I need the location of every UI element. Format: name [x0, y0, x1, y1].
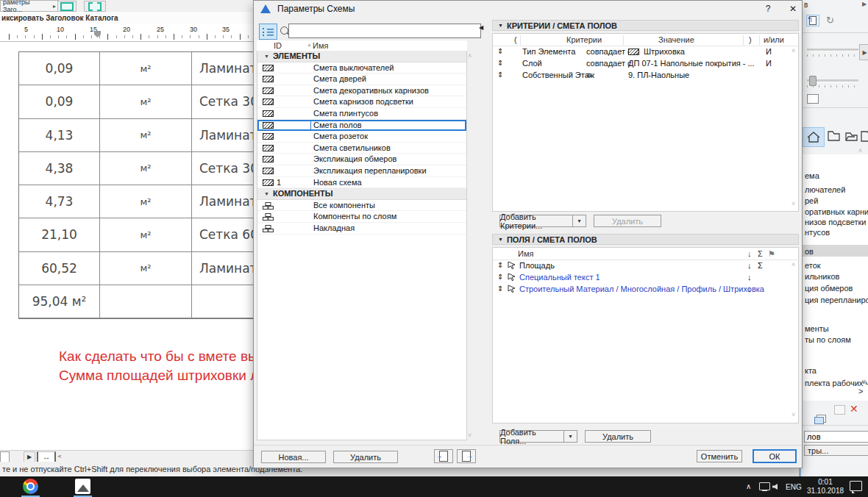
- schedule-row[interactable]: Смета розеток: [257, 131, 466, 143]
- network-icon[interactable]: [759, 482, 770, 490]
- navigator-item[interactable]: ов: [805, 247, 814, 256]
- criteria-scroll-up-icon[interactable]: ˄: [791, 47, 795, 54]
- criteria-operator[interactable]: совпадает с: [586, 47, 632, 56]
- sigma-icon[interactable]: Σ: [758, 261, 763, 270]
- field-name[interactable]: Специальный текст 1: [519, 273, 600, 282]
- criteria-value[interactable]: 9. ПЛ-Наольные: [628, 71, 689, 79]
- clone-folder-icon[interactable]: [834, 405, 845, 415]
- new-scheme-button[interactable]: Новая...: [261, 451, 326, 463]
- header-params-button[interactable]: раметры Заго... ▸: [0, 0, 59, 12]
- column-field-name[interactable]: Имя: [518, 249, 533, 258]
- component-row[interactable]: Компоненты по слоям: [257, 211, 466, 223]
- navigator-item[interactable]: нтусов: [805, 228, 830, 237]
- collapse-pane-icon[interactable]: ◀: [479, 24, 483, 31]
- fields-scroll-down-icon[interactable]: ˅: [791, 411, 795, 418]
- navigator-item[interactable]: лючателей: [805, 185, 845, 194]
- section-header-elements[interactable]: ▼ЭЛЕМЕНТЫ: [257, 51, 466, 62]
- add-criteria-dropdown[interactable]: ▾: [573, 215, 586, 227]
- schedule-row[interactable]: Смета светильников: [257, 143, 466, 154]
- scroll-left-button[interactable]: <: [56, 451, 63, 461]
- reorder-icon[interactable]: ⇕: [497, 273, 503, 281]
- criteria-section-header[interactable]: ▼ КРИТЕРИИ / СМЕТА ПОЛОВ: [492, 20, 799, 31]
- schedule-row[interactable]: Смета карнизов подсветки: [257, 96, 466, 108]
- reorder-icon[interactable]: ⇕: [497, 47, 503, 55]
- tray-hidden-icons[interactable]: ∧: [746, 482, 751, 490]
- reorder-icon[interactable]: ⇕: [497, 59, 503, 67]
- sigma-icon[interactable]: Σ: [758, 249, 763, 258]
- schedule-row[interactable]: Экспликация перепланировки: [257, 165, 466, 177]
- ok-button[interactable]: ОК: [753, 449, 797, 463]
- field-row[interactable]: ⇕Строительный Материал / Многослойная / …: [493, 284, 800, 296]
- field-name[interactable]: Площадь: [519, 261, 555, 270]
- criteria-operator[interactable]: =: [586, 71, 591, 79]
- sort-down-icon[interactable]: ↓: [747, 261, 752, 270]
- criteria-value[interactable]: ДП 07-1 Напольные покрытия - ...: [628, 59, 755, 68]
- criteria-row[interactable]: ⇕Слойсовпадает сДП 07-1 Напольные покрыт…: [493, 58, 800, 70]
- schedule-row[interactable]: 1Новая схема: [257, 177, 466, 189]
- field-name[interactable]: Строительный Материал / Многослойная / П…: [519, 285, 764, 293]
- navigator-item[interactable]: менты: [805, 324, 829, 333]
- action-center-icon[interactable]: [850, 481, 862, 491]
- navigator-item[interactable]: низов подсветки: [805, 218, 866, 226]
- panel-scroll-up-icon[interactable]: ˄: [858, 147, 862, 154]
- delete-scheme-button[interactable]: Удалить: [333, 451, 398, 463]
- close-button[interactable]: ✕: [786, 3, 800, 15]
- schedule-row[interactable]: Смета плинтусов: [257, 108, 466, 120]
- new-viewpoint-icon[interactable]: [814, 415, 826, 424]
- navigator-expand-icon[interactable]: >: [858, 387, 863, 396]
- panel-flyout-icon[interactable]: ▶: [862, 1, 867, 7]
- sort-down-icon[interactable]: ↓: [747, 285, 752, 293]
- tab-layout-book[interactable]: [844, 129, 858, 143]
- add-criteria-button[interactable]: Добавить Критерии...: [499, 215, 573, 227]
- export-scheme-button[interactable]: →: [457, 449, 476, 463]
- delete-viewpoint-icon[interactable]: ✕: [850, 403, 858, 415]
- sort-down-icon[interactable]: ↓: [747, 273, 752, 282]
- list-view-button[interactable]: [259, 24, 277, 40]
- scrollbar-thumb[interactable]: [0, 451, 10, 462]
- section-header-components[interactable]: ▼КОМПОНЕНТЫ: [257, 188, 466, 200]
- navigator-item[interactable]: ция обмеров: [805, 284, 853, 293]
- speaker-icon[interactable]: [772, 484, 780, 490]
- navigator-item[interactable]: ильников: [805, 272, 839, 281]
- add-fields-dropdown[interactable]: ▾: [564, 430, 577, 443]
- column-close-paren[interactable]: ): [749, 35, 752, 44]
- schedule-table[interactable]: 0,09м²Ламинат0,09м²Сетка 30х4,13м²Ламина…: [18, 51, 255, 319]
- criteria-andor[interactable]: И: [766, 59, 772, 68]
- schedule-row[interactable]: Экспликация обмеров: [257, 154, 466, 165]
- criteria-value[interactable]: Штриховка: [644, 47, 685, 56]
- update-button[interactable]: ↰: [806, 15, 819, 26]
- schedule-row[interactable]: Смета полов: [257, 120, 466, 132]
- add-fields-button[interactable]: Добавить Поля...: [499, 430, 564, 443]
- delete-fields-button[interactable]: Удалить: [585, 430, 651, 443]
- language-indicator[interactable]: ENG: [786, 483, 802, 491]
- chrome-icon[interactable]: [23, 479, 38, 494]
- component-row[interactable]: Накладная: [257, 223, 466, 235]
- fields-columns[interactable]: Имя ↓ Σ ⚑: [493, 249, 800, 260]
- field-row[interactable]: ⇕Специальный текст 1↓: [493, 272, 800, 284]
- navigator-item[interactable]: ты по слоям: [805, 335, 851, 344]
- schedule-row[interactable]: Смета декоративных карнизов: [257, 85, 466, 97]
- reorder-icon[interactable]: ⇕: [497, 285, 503, 293]
- photos-icon[interactable]: [75, 479, 90, 494]
- reorder-icon[interactable]: ⇕: [497, 71, 503, 79]
- help-button[interactable]: ?: [761, 3, 775, 15]
- search-input[interactable]: [288, 24, 481, 38]
- fields-section-header[interactable]: ▼ ПОЛЯ / СМЕТА ПОЛОВ: [492, 234, 799, 245]
- navigator-item[interactable]: оративных карниз: [805, 207, 868, 216]
- fields-scroll-up-icon[interactable]: ˄: [791, 261, 795, 268]
- zoom-slider[interactable]: [807, 49, 858, 51]
- slider-flyout-button[interactable]: ▶: [859, 44, 868, 60]
- navigator-list[interactable]: емалючателейрейоративных карнизнизов под…: [801, 154, 868, 401]
- marquee-tool-button[interactable]: [57, 1, 77, 12]
- criteria-scroll-down-icon[interactable]: ˅: [791, 200, 795, 207]
- cancel-button[interactable]: Отменить: [697, 450, 742, 462]
- import-scheme-button[interactable]: →: [434, 449, 453, 463]
- tab-view-map[interactable]: [826, 129, 841, 143]
- tab-project-map[interactable]: [803, 127, 825, 147]
- clock[interactable]: 0:01 31.10.2018: [806, 478, 844, 496]
- schedule-row[interactable]: Смета выключателей: [257, 62, 466, 74]
- layout-icon[interactable]: [807, 94, 819, 104]
- refresh-icon[interactable]: ↻: [826, 15, 834, 26]
- criteria-columns[interactable]: ( Критерии Значение ) и/или: [493, 35, 800, 46]
- tab-publisher[interactable]: [860, 129, 868, 143]
